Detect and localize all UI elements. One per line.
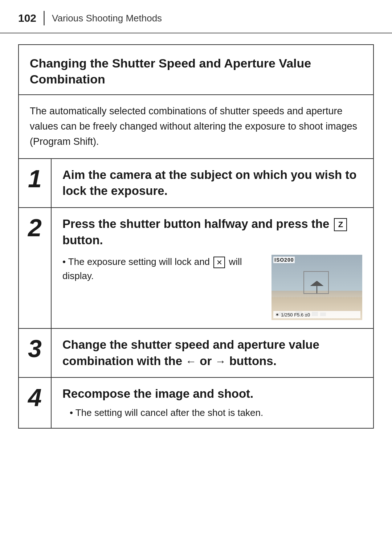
z-button-icon: Z xyxy=(334,218,347,231)
step-3-instruction: Change the shutter speed and aperture va… xyxy=(62,337,362,369)
step-2-detail-content: The exposure setting will lock and will … xyxy=(62,255,362,320)
step-2-number-col: 2 xyxy=(19,208,52,328)
step-1-row: 1 Aim the camera at the subject on which… xyxy=(19,159,373,208)
iso-label: ISO200 xyxy=(273,257,295,263)
step-2-detail: The exposure setting will lock and will … xyxy=(62,255,362,320)
star-icon: ✶ xyxy=(275,312,279,318)
exposure-value: 1/250 F5.6 ±0 xyxy=(281,312,310,318)
step-3-row: 3 Change the shutter speed and aperture … xyxy=(19,329,373,378)
step-4-content: Recompose the image and shoot. The setti… xyxy=(52,378,373,428)
step-2-number: 2 xyxy=(28,215,42,240)
step-2-bullet: The exposure setting will lock and will … xyxy=(62,255,261,283)
step-2-row: 2 Press the shutter button halfway and p… xyxy=(19,208,373,329)
exposure-bar: ✶ 1/250 F5.6 ±0 xyxy=(273,311,360,318)
section-description: The automatically selected combinations … xyxy=(19,95,373,159)
camera-preview-inner: ISO200 ✶ 1/250 F5.6 ±0 xyxy=(271,255,362,320)
page-number: 102 xyxy=(18,12,36,24)
section-header: Changing the Shutter Speed and Aperture … xyxy=(19,45,373,95)
step-2-content: Press the shutter button halfway and pre… xyxy=(52,208,373,328)
page-container: 102 Various Shooting Methods Changing th… xyxy=(0,0,392,552)
exposure-lock-icon xyxy=(213,257,225,268)
step-1-number-col: 1 xyxy=(19,159,52,207)
step-4-number-col: 4 xyxy=(19,378,52,428)
section-title: Changing the Shutter Speed and Aperture … xyxy=(30,55,362,87)
step-1-instruction: Aim the camera at the subject on which y… xyxy=(62,167,362,199)
step-1-number: 1 xyxy=(28,166,42,191)
page-divider xyxy=(44,11,45,25)
right-arrow: → xyxy=(215,354,226,369)
step-4-instruction: Recompose the image and shoot. xyxy=(62,386,362,402)
step-4-bullet: The setting will cancel after the shot i… xyxy=(62,406,362,420)
step-4-row: 4 Recompose the image and shoot. The set… xyxy=(19,378,373,428)
step-3-content: Change the shutter speed and aperture va… xyxy=(52,329,373,377)
left-arrow: ← xyxy=(185,354,196,369)
step-4-number: 4 xyxy=(28,385,42,410)
page-section-title: Various Shooting Methods xyxy=(52,13,162,24)
section-box: Changing the Shutter Speed and Aperture … xyxy=(18,44,374,429)
step-1-content: Aim the camera at the subject on which y… xyxy=(52,159,373,207)
main-content: Changing the Shutter Speed and Aperture … xyxy=(0,33,392,447)
step-3-number-col: 3 xyxy=(19,329,52,377)
camera-preview: ISO200 ✶ 1/250 F5.6 ±0 xyxy=(271,255,362,320)
step-3-number: 3 xyxy=(28,336,42,361)
page-header: 102 Various Shooting Methods xyxy=(0,0,392,33)
focus-box xyxy=(303,271,329,294)
step-2-instruction: Press the shutter button halfway and pre… xyxy=(62,216,362,248)
